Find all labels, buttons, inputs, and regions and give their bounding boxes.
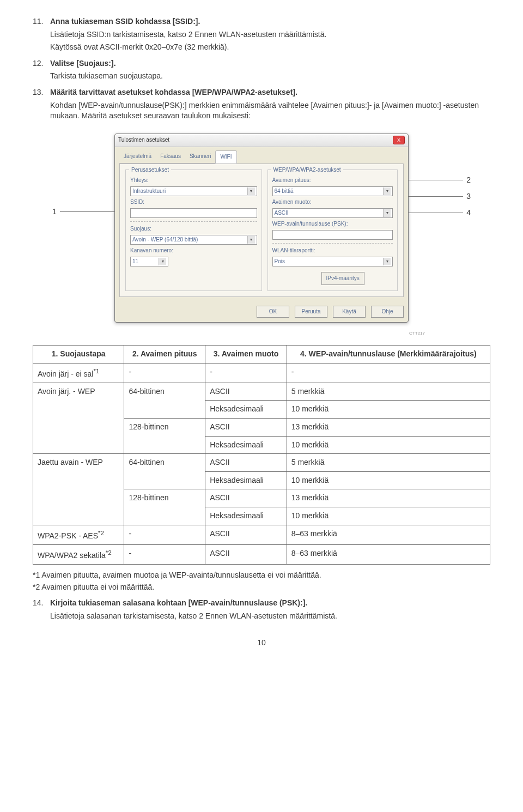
td: 8–63 merkkiä (287, 544, 490, 564)
table-row: Avoin järj - ei sal*1 - - - (33, 363, 490, 383)
tab-skanneri[interactable]: Skanneri (185, 150, 215, 163)
table-row: WPA2-PSK - AES*2 - ASCII 8–63 merkkiä (33, 525, 490, 544)
input-ssid[interactable] (130, 208, 257, 218)
th-suojaustapa: 1. Suojaustapa (33, 345, 124, 363)
tab-jarjestelma[interactable]: Järjestelmä (119, 150, 156, 163)
button-apply[interactable]: Käytä (333, 306, 366, 318)
td: - (124, 544, 205, 564)
select-suojaus-value: Avoin - WEP (64/128 bittiä) (132, 236, 198, 244)
td: 128-bittinen (124, 418, 205, 453)
label-yhteys: Yhteys: (130, 177, 177, 184)
td: ASCII (205, 525, 287, 544)
callout-4: 4 (466, 208, 471, 219)
step-12-title: Valitse [Suojaus:]. (50, 58, 490, 69)
label-psk: WEP-avain/tunnuslause (PSK): (272, 220, 349, 228)
select-yhteys[interactable]: Infrastruktuuri ▾ (130, 186, 257, 196)
td: Jaettu avain - WEP (33, 454, 124, 525)
td: 10 merkkiä (287, 507, 490, 525)
td: 10 merkkiä (287, 436, 490, 454)
table-row: Avoin järj. - WEP 64-bittinen ASCII 5 me… (33, 383, 490, 401)
td: Avoin järj - ei sal (38, 369, 93, 378)
td: Heksadesimaali (205, 401, 287, 419)
step-12-num: 12. (33, 58, 50, 84)
select-kanava[interactable]: 11 ▾ (130, 257, 168, 266)
td: WPA/WPA2 sekatila (38, 550, 106, 559)
td: Heksadesimaali (205, 507, 287, 525)
step-14: 14. Kirjoita tukiaseman salasana kohtaan… (33, 598, 490, 623)
select-wlan-value: Pois (275, 258, 285, 265)
td: 13 merkkiä (287, 489, 490, 507)
step-13-num: 13. (33, 87, 50, 124)
close-icon[interactable]: X (393, 136, 405, 144)
security-table: 1. Suojaustapa 2. Avaimen pituus 3. Avai… (33, 345, 490, 565)
select-muoto-value: ASCII (275, 209, 289, 217)
td: 128-bittinen (124, 489, 205, 525)
button-ok[interactable]: OK (257, 306, 289, 318)
figure-id: CTT217 (33, 330, 425, 336)
tab-faksaus[interactable]: Faksaus (156, 150, 185, 163)
th-muoto: 3. Avaimen muoto (205, 345, 287, 363)
step-13-p1: Kohdan [WEP-avain/tunnuslause(PSK):] mer… (50, 100, 490, 122)
td: Avoin järj. - WEP (33, 383, 124, 453)
legend-wep: WEP/WPA/WPA2-asetukset (271, 166, 343, 174)
legend-perus: Perusasetukset (129, 166, 171, 174)
td: - (124, 363, 205, 383)
td: WPA2-PSK - AES (38, 531, 98, 540)
dialog-title: Tulostimen asetukset (118, 136, 393, 144)
step-14-title: Kirjoita tukiaseman salasana kohtaan [WE… (50, 598, 490, 609)
sup: *2 (98, 529, 104, 536)
td: 64-bittinen (124, 454, 205, 489)
td: ASCII (205, 418, 287, 436)
select-pituus[interactable]: 64 bittiä ▾ (272, 186, 393, 196)
label-wlan-report: WLAN-tilaraportti: (272, 247, 324, 254)
td: Heksadesimaali (205, 471, 287, 489)
td: - (205, 363, 287, 383)
label-pituus: Avaimen pituus: (272, 177, 319, 184)
label-suojaus: Suojaus: (130, 225, 177, 233)
callout-2: 2 (466, 175, 471, 186)
td: ASCII (205, 383, 287, 401)
sup: *2 (106, 549, 112, 556)
td: - (287, 363, 490, 383)
td: ASCII (205, 454, 287, 472)
tabs: Järjestelmä Faksaus Skanneri WIFI (115, 147, 408, 163)
button-help[interactable]: Ohje (371, 306, 404, 318)
input-psk[interactable] (272, 230, 393, 240)
select-suojaus[interactable]: Avoin - WEP (64/128 bittiä) ▾ (130, 235, 257, 245)
callout-1: 1 (52, 207, 57, 217)
chevron-down-icon: ▾ (247, 187, 255, 195)
chevron-down-icon: ▾ (383, 187, 391, 195)
td: 64-bittinen (124, 383, 205, 418)
table-row: WPA/WPA2 sekatila*2 - ASCII 8–63 merkkiä (33, 544, 490, 564)
callout-3: 3 (466, 191, 471, 202)
label-ssid: SSID: (130, 198, 177, 206)
footnote-2: *2 Avaimen pituutta ei voi määrittää. (33, 582, 490, 593)
label-muoto: Avaimen muoto: (272, 198, 319, 206)
step-11-title: Anna tukiaseman SSID kohdassa [SSID:]. (50, 16, 490, 27)
th-wep: 4. WEP-avain/tunnuslause (Merkkimääräraj… (287, 345, 490, 363)
step-14-num: 14. (33, 598, 50, 623)
select-muoto[interactable]: ASCII ▾ (272, 208, 393, 218)
step-14-p1: Lisätietoja salasanan tarkistamisesta, k… (50, 611, 490, 622)
footnote-1: *1 Avaimen pituutta, avaimen muotoa ja W… (33, 570, 490, 581)
td: 5 merkkiä (287, 454, 490, 472)
label-kanava: Kanavan numero: (130, 247, 177, 254)
fieldset-perusasetukset: Perusasetukset Yhteys: Infrastruktuuri ▾… (125, 169, 262, 291)
page-number: 10 (33, 638, 490, 649)
step-11-p1: Lisätietoja SSID:n tarkistamisesta, kats… (50, 29, 490, 40)
select-kanava-value: 11 (132, 258, 138, 265)
button-ipv4[interactable]: IPv4-määritys (321, 272, 364, 285)
select-pituus-value: 64 bittiä (275, 187, 294, 195)
td: Heksadesimaali (205, 436, 287, 454)
step-11-p2: Käytössä ovat ASCII-merkit 0x20–0x7e (32… (50, 42, 490, 53)
select-wlan-report[interactable]: Pois ▾ (272, 257, 393, 266)
tab-wifi[interactable]: WIFI (215, 150, 236, 163)
sup: *1 (93, 367, 99, 374)
titlebar: Tulostimen asetukset X (115, 134, 408, 147)
button-cancel[interactable]: Peruuta (295, 306, 327, 318)
screenshot-wrapper: 1 2 3 4 Tulostimen asetukset X Järjestel… (114, 134, 409, 323)
td: ASCII (205, 544, 287, 564)
td: 10 merkkiä (287, 401, 490, 419)
chevron-down-icon: ▾ (383, 258, 391, 265)
step-13-title: Määritä tarvittavat asetukset kohdassa [… (50, 87, 490, 98)
